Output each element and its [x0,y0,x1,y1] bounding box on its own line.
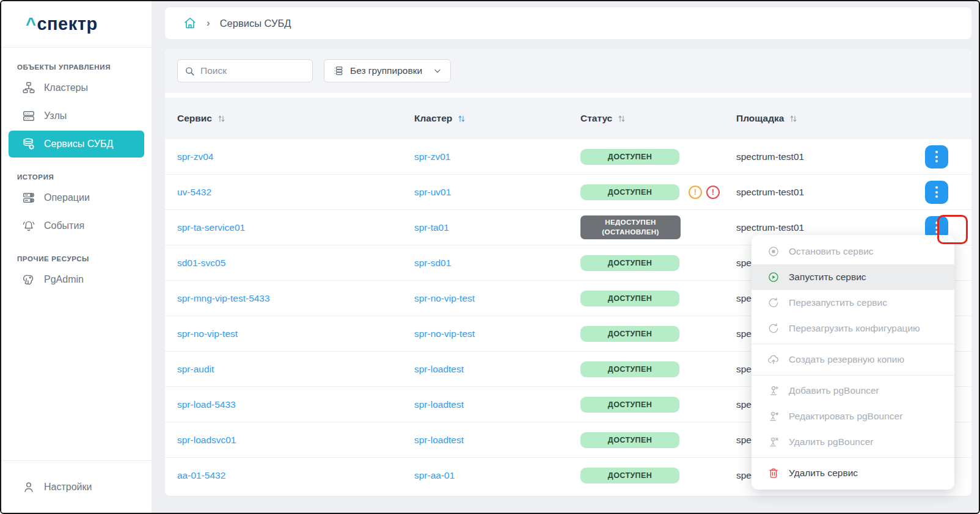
home-icon[interactable] [183,16,197,30]
sidebar-item-label: PgAdmin [44,274,84,285]
pgbouncer-add-icon [767,385,780,397]
stop-icon [767,245,780,258]
menu-divider [751,344,954,344]
column-header-2[interactable]: Кластер [414,113,580,124]
sidebar-nav: ОБЪЕКТЫ УПРАВЛЕНИЯКластерыУзлыСервисы СУ… [1,63,152,293]
table-header: СервисКластерСтатусПлощадка [165,98,971,139]
sidebar-item-settings[interactable]: Настройки [9,474,144,501]
service-link[interactable]: spr-load-5433 [177,399,236,410]
column-label: Кластер [414,113,452,124]
status-warnings: !! [689,186,720,199]
context-menu-item-label: Создать резервную копию [789,354,904,365]
column-header-1[interactable]: Сервис [177,113,414,124]
status-badge: ДОСТУПЕН [580,432,679,448]
logo-caret-icon: ^ [26,14,36,34]
service-link[interactable]: spr-mng-vip-test-5433 [177,293,270,304]
sort-icon[interactable] [617,114,626,123]
cluster-link[interactable]: spr-loadtest [414,364,464,375]
service-link[interactable]: spr-ta-service01 [177,222,245,233]
context-menu-item-label: Удалить pgBouncer [789,436,873,447]
toolbar-table-gap [165,93,971,98]
context-menu-item-label: Остановить сервис [789,246,874,257]
events-icon [22,219,35,233]
site-cell: spectrum-test01 [736,222,925,233]
column-header-4[interactable]: Площадка [736,113,971,124]
sidebar-section-title: ОБЪЕКТЫ УПРАВЛЕНИЯ [17,63,152,71]
column-header-3[interactable]: Статус [580,113,736,124]
sidebar-item-события[interactable]: События [9,212,144,239]
context-menu-item-label: Запустить сервис [789,272,866,283]
chevron-down-icon [433,67,442,75]
search-input[interactable] [200,65,298,76]
column-label: Статус [580,113,612,124]
sidebar-item-операции[interactable]: Операции [9,184,144,211]
breadcrumb-page-title: Сервисы СУБД [220,18,291,29]
context-menu-item: Добавить pgBouncer [751,378,954,404]
breadcrumb: › Сервисы СУБД [165,7,971,39]
pgbouncer-edit-icon [767,410,780,422]
column-label: Площадка [736,113,784,124]
grouping-dropdown[interactable]: Без группировки [324,59,451,82]
restart-icon [767,297,780,309]
breadcrumb-separator: › [207,17,210,29]
status-badge: ДОСТУПЕН [580,468,679,483]
cluster-link[interactable]: spr-aa-01 [414,470,455,481]
context-menu-item-label: Добавить pgBouncer [789,385,879,396]
context-menu-item[interactable]: Запустить сервис [751,264,954,290]
backup-icon [767,353,780,366]
status-badge: ДОСТУПЕН [580,149,679,165]
service-link[interactable]: spr-audit [177,364,214,375]
context-menu-item: Удалить pgBouncer [751,429,954,455]
context-menu-item: Перезагрузить конфигурацию [751,316,954,341]
sidebar-section-title: ПРОЧИЕ РЕСУРСЫ [17,255,152,262]
row-actions-kebab-button[interactable] [925,145,948,168]
cluster-link[interactable]: spr-sd01 [414,258,451,269]
clusters-icon [22,81,35,95]
operations-icon [22,191,35,205]
cluster-link[interactable]: spr-zv01 [414,151,450,162]
service-link[interactable]: spr-no-vip-test [177,328,238,339]
table-row: spr-zv04spr-zv01ДОСТУПЕНspectrum-test01 [165,139,971,175]
status-badge: ДОСТУПЕН [580,397,679,413]
cluster-link[interactable]: spr-no-vip-test [414,293,475,304]
status-badge: ДОСТУПЕН [580,326,679,342]
cluster-link[interactable]: spr-no-vip-test [414,328,475,339]
sidebar-item-узлы[interactable]: Узлы [9,103,144,129]
sidebar-section-title: ИСТОРИЯ [17,173,152,181]
pgadmin-icon [22,273,35,286]
sort-icon[interactable] [457,114,466,123]
context-menu-item[interactable]: Удалить сервис [751,460,954,486]
context-menu-item-label: Перезапустить сервис [789,297,887,308]
sidebar-item-кластеры[interactable]: Кластеры [9,74,144,101]
site-cell: spectrum-test01 [736,151,925,162]
sidebar-item-pgadmin[interactable]: PgAdmin [9,266,144,293]
sidebar: ^спектр ОБЪЕКТЫ УПРАВЛЕНИЯКластерыУзлыСе… [1,1,152,513]
row-context-menu: Остановить сервисЗапустить сервисПерезап… [751,235,954,490]
sort-icon[interactable] [217,114,226,123]
db-services-icon [22,137,35,151]
cluster-link[interactable]: spr-uv01 [414,187,451,198]
sidebar-footer: Настройки [1,460,152,513]
sort-icon[interactable] [789,114,798,123]
service-link[interactable]: aa-01-5432 [177,470,225,481]
nodes-icon [22,109,35,123]
sidebar-item-сервисы-субд[interactable]: Сервисы СУБД [9,131,144,157]
service-link[interactable]: uv-5432 [177,187,211,198]
service-link[interactable]: sd01-svc05 [177,258,225,269]
cluster-link[interactable]: spr-loadtest [414,399,464,410]
sidebar-item-label: Настройки [44,482,92,493]
column-label: Сервис [177,113,212,124]
status-badge: ДОСТУПЕН [580,361,679,377]
app-logo: ^спектр [1,1,152,48]
service-link[interactable]: spr-loadsvc01 [177,435,236,446]
site-cell: spectrum-test01 [736,187,925,198]
cluster-link[interactable]: spr-loadtest [414,435,464,446]
cluster-link[interactable]: spr-ta01 [414,222,449,233]
trash-icon [767,467,780,479]
search-box [177,59,313,82]
table-row: uv-5432spr-uv01ДОСТУПЕН!!spectrum-test01 [165,175,971,210]
context-menu-item-label: Удалить сервис [789,468,858,479]
service-link[interactable]: spr-zv04 [177,151,213,162]
sidebar-item-label: События [44,220,84,231]
row-actions-kebab-button[interactable] [925,181,948,204]
